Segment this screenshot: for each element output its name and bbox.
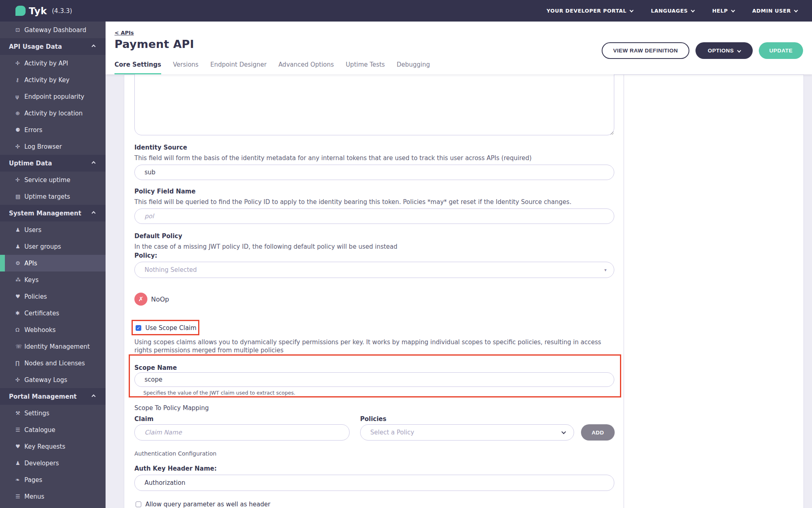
sidebar-item-label: Gateway Dashboard: [24, 26, 86, 34]
sidebar-item-catalogue[interactable]: ☰Catalogue: [0, 421, 106, 438]
identity-source-input[interactable]: [134, 165, 614, 180]
sidebar-item-pages[interactable]: ❧Pages: [0, 471, 106, 488]
form-panel: Identity Source This field will form the…: [124, 74, 804, 508]
sidebar-item-label: Pages: [24, 476, 42, 484]
tab-core-settings[interactable]: Core Settings: [114, 61, 161, 74]
tab-uptime-tests[interactable]: Uptime Tests: [346, 61, 385, 74]
sidebar-item-label: Activity by Key: [24, 76, 69, 84]
default-policy-select[interactable]: Nothing Selected ▾: [134, 262, 614, 278]
sidebar-item-certificates[interactable]: ✱Certificates: [0, 305, 106, 321]
sidebar-item-portal-management[interactable]: Portal Management: [0, 388, 106, 405]
tab-advanced-options[interactable]: Advanced Options: [279, 61, 334, 74]
paw-icon: ♥: [15, 293, 24, 300]
scope-claim-description: Using scopes claims allows you to dynami…: [134, 338, 607, 355]
sidebar-item-menus[interactable]: ☰Menus: [0, 488, 106, 505]
gears-icon: ⚙: [15, 260, 24, 266]
phone-icon: ☏: [15, 343, 24, 350]
sidebar-item-activity-by-location[interactable]: ⊕Activity by location: [0, 105, 106, 122]
scope-to-policy-mapping-label: Scope To Policy Mapping: [134, 404, 209, 412]
chevron-down-icon: [731, 9, 735, 13]
sidebar-item-settings[interactable]: ⚒Settings: [0, 405, 106, 421]
sidebar-item-key-requests[interactable]: ♥Key Requests: [0, 438, 106, 455]
tyk-logo[interactable]: Tyk (4.3.3): [15, 6, 72, 16]
sidebar-item-gateway-logs[interactable]: ✣Gateway Logs: [0, 371, 106, 388]
add-mapping-button[interactable]: ADD: [581, 424, 615, 441]
update-button[interactable]: UPDATE: [759, 42, 803, 59]
activity-icon: ✢: [15, 60, 24, 66]
sidebar-item-label: Developers: [24, 460, 59, 467]
sidebar-item-activity-by-key[interactable]: ⚷Activity by Key: [0, 72, 106, 88]
sidebar-item-endpoint-popularity[interactable]: ψEndpoint popularity: [0, 88, 106, 105]
sidebar-item-label: Endpoint popularity: [24, 93, 84, 100]
allow-query-param-checkbox[interactable]: [136, 501, 141, 507]
sidebar-item-label: Gateway Logs: [24, 376, 67, 384]
sidebar-item-policies[interactable]: ♥Policies: [0, 288, 106, 305]
menu-label: YOUR DEVELOPER PORTAL: [546, 8, 626, 14]
sidebar-item-errors[interactable]: ⚈Errors: [0, 122, 106, 138]
sidebar-item-label: Nodes and Licenses: [24, 360, 85, 367]
topbar-menu-languages[interactable]: LANGUAGES: [651, 8, 694, 14]
sidebar-item-log-browser[interactable]: ✣Log Browser: [0, 138, 106, 155]
topbar-menu-help[interactable]: HELP: [712, 8, 734, 14]
claim-name-input[interactable]: [134, 424, 350, 441]
panel-divider: [624, 75, 624, 508]
claim-label: Claim: [134, 415, 153, 423]
sidebar-item-label: Keys: [24, 276, 39, 284]
menu-label: HELP: [712, 8, 728, 14]
default-policy-label: Default Policy: [134, 232, 182, 240]
policy-mapping-select[interactable]: Select a Policy: [360, 424, 574, 441]
topbar-menu-your-developer-portal[interactable]: YOUR DEVELOPER PORTAL: [546, 8, 633, 14]
sidebar-item-user-groups[interactable]: ♟User groups: [0, 238, 106, 255]
sidebar-item-label: Activity by API: [24, 60, 68, 67]
topbar: Tyk (4.3.3) YOUR DEVELOPER PORTALLANGUAG…: [0, 0, 812, 22]
header-actions: VIEW RAW DEFINITION OPTIONS UPDATE: [602, 42, 803, 59]
view-raw-definition-button[interactable]: VIEW RAW DEFINITION: [602, 42, 689, 59]
chevron-down-icon: [737, 49, 741, 53]
tab-endpoint-designer[interactable]: Endpoint Designer: [210, 61, 267, 74]
topbar-menu-admin-user[interactable]: ADMIN USER: [752, 8, 797, 14]
chevron-down-icon: [794, 9, 798, 13]
main-content: Identity Source This field will form the…: [106, 22, 812, 508]
sidebar-item-label: System Management: [9, 210, 81, 217]
tab-versions[interactable]: Versions: [173, 61, 199, 74]
page-header: < APIs Payment API VIEW RAW DEFINITION O…: [106, 22, 812, 74]
key-icon: ⚷: [15, 77, 24, 83]
sidebar-item-developers[interactable]: ♟Developers: [0, 455, 106, 471]
tab-debugging[interactable]: Debugging: [397, 61, 430, 74]
policy-field-name-description: This field will be queried to find the P…: [134, 198, 571, 206]
sidebar-item-gateway-dashboard[interactable]: ⊡Gateway Dashboard: [0, 22, 106, 38]
menu-label: LANGUAGES: [651, 8, 688, 14]
scope-name-input[interactable]: [134, 372, 614, 387]
sidebar-item-nodes-and-licenses[interactable]: ∏Nodes and Licenses: [0, 355, 106, 371]
sidebar-item-uptime-data[interactable]: Uptime Data: [0, 155, 106, 172]
default-policy-description: In the case of a missing JWT policy ID, …: [134, 243, 397, 250]
bell-icon: Ω: [15, 327, 24, 333]
leaf-icon: ❧: [15, 477, 24, 483]
sidebar-item-users[interactable]: ♟Users: [0, 221, 106, 238]
sidebar-item-label: Menus: [24, 493, 44, 500]
options-button[interactable]: OPTIONS: [695, 42, 753, 59]
sidebar-item-api-usage-data[interactable]: API Usage Data: [0, 38, 106, 55]
auth-configuration-label: Authentication Configuration: [134, 450, 216, 457]
sidebar-item-service-uptime[interactable]: ✢Service uptime: [0, 172, 106, 188]
policy-mapping-select-value: Select a Policy: [370, 429, 414, 436]
sidebar-item-label: Key Requests: [24, 443, 65, 450]
chevron-down-icon: [691, 9, 695, 13]
page-title: Payment API: [114, 38, 194, 50]
use-scope-claim-checkbox[interactable]: ✓: [136, 325, 141, 331]
breadcrumb[interactable]: < APIs: [114, 30, 134, 36]
sidebar-item-system-management[interactable]: System Management: [0, 205, 106, 221]
sidebar-item-identity-management[interactable]: ☏Identity Management: [0, 338, 106, 355]
sidebar-item-activity-by-api[interactable]: ✢Activity by API: [0, 55, 106, 72]
breadcrumb-label: APIs: [121, 30, 134, 36]
sidebar-item-keys[interactable]: ⁂Keys: [0, 271, 106, 288]
auth-key-header-input[interactable]: [134, 475, 614, 491]
sidebar-item-apis[interactable]: ⚙APIs: [0, 255, 106, 271]
sidebar-item-webhooks[interactable]: ΩWebhooks: [0, 321, 106, 338]
logo-text: Tyk: [29, 6, 47, 16]
sidebar-item-uptime-targets[interactable]: ▤Uptime targets: [0, 188, 106, 205]
chevron-up-icon: [92, 161, 96, 165]
remove-noop-button[interactable]: ✗: [134, 293, 147, 306]
policy-field-name-input[interactable]: [134, 208, 614, 224]
noop-label: NoOp: [151, 295, 169, 303]
